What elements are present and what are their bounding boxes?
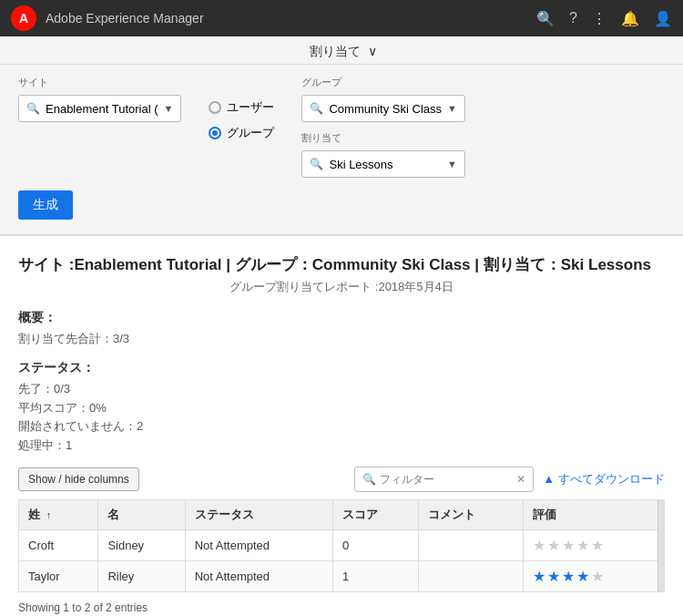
- cell-last-name: Taylor: [19, 560, 98, 591]
- site-label: サイト: [18, 76, 181, 89]
- table-footer: Showing 1 to 2 of 2 entries: [18, 592, 665, 616]
- site-col: サイト 🔍 Enablement Tutorial ( ▼: [18, 76, 181, 122]
- status-heading: ステータス：: [18, 360, 665, 376]
- radio-user[interactable]: ユーザー: [209, 99, 274, 116]
- table-wrap: 姓 ↑ 名 ステータス スコア コメント 評価 CroftSidneyNot A…: [18, 499, 665, 592]
- cell-comment: [419, 529, 524, 560]
- radio-group[interactable]: グループ: [209, 125, 274, 141]
- search-icon[interactable]: 🔍: [536, 10, 555, 27]
- cell-rating: ★★★★★: [523, 560, 664, 591]
- download-button[interactable]: ▲ すべてダウンロード: [543, 471, 665, 488]
- logo-letter: A: [19, 11, 28, 26]
- cell-last-name: Croft: [19, 529, 98, 560]
- col-comment: コメント: [419, 499, 524, 529]
- navbar-icons: 🔍 ? ⋮ 🔔 👤: [536, 10, 672, 27]
- cell-status: Not Attempted: [185, 560, 332, 591]
- filter-input[interactable]: [380, 473, 516, 486]
- filter-input-wrap: 🔍 ✕: [354, 467, 534, 492]
- cell-first-name: Sidney: [98, 529, 185, 560]
- table-header: 姓 ↑ 名 ステータス スコア コメント 評価: [19, 499, 665, 529]
- group-label: グループ: [301, 76, 464, 89]
- navbar: A Adobe Experience Manager 🔍 ? ⋮ 🔔 👤: [0, 0, 683, 36]
- star-empty[interactable]: ★: [576, 537, 589, 554]
- status-text: 先了：0/3 平均スコア：0% 開始されていません：2 処理中：1: [18, 380, 665, 456]
- right-col: グループ 🔍 Community Ski Class ▼ 割り当て 🔍 Ski …: [301, 76, 464, 178]
- star-empty[interactable]: ★: [533, 537, 545, 554]
- stars-container: ★★★★★: [533, 537, 655, 554]
- download-icon: ▲: [543, 472, 555, 486]
- bell-icon[interactable]: 🔔: [621, 10, 639, 27]
- apps-icon[interactable]: ⋮: [592, 10, 607, 27]
- site-chevron-icon: ▼: [164, 103, 174, 114]
- help-icon[interactable]: ?: [569, 10, 577, 26]
- table-toolbar: Show / hide columns 🔍 ✕ ▲ すべてダウンロード: [18, 467, 665, 492]
- star-empty[interactable]: ★: [591, 537, 604, 554]
- app-title: Adobe Experience Manager: [46, 11, 536, 26]
- star-empty[interactable]: ★: [591, 568, 604, 585]
- star-empty[interactable]: ★: [547, 537, 560, 554]
- report-title: サイト :Enablement Tutorial | グループ：Communit…: [18, 254, 665, 275]
- summary-heading: 概要：: [18, 310, 665, 326]
- star-filled[interactable]: ★: [562, 568, 575, 585]
- group-chevron-icon: ▼: [447, 103, 457, 114]
- filter-search-icon: 🔍: [362, 473, 376, 486]
- radio-user-label: ユーザー: [227, 99, 274, 116]
- assignment-chevron-icon: ▼: [447, 159, 457, 169]
- group-col: グループ 🔍 Community Ski Class ▼: [301, 76, 464, 122]
- star-filled[interactable]: ★: [547, 568, 560, 585]
- sort-icon: ↑: [46, 509, 52, 520]
- assignment-select-value: Ski Lessons: [329, 158, 442, 171]
- chevron-down-icon: ∨: [368, 44, 377, 58]
- group-search-icon: 🔍: [310, 102, 323, 115]
- col-rating: 評価: [523, 499, 664, 529]
- assignment-label: 割り当て: [301, 131, 464, 145]
- star-filled[interactable]: ★: [576, 568, 589, 585]
- table-header-row: 姓 ↑ 名 ステータス スコア コメント 評価: [19, 499, 665, 529]
- config-panel: サイト 🔍 Enablement Tutorial ( ▼ ユーザー グループ: [0, 65, 683, 236]
- group-select-value: Community Ski Class: [329, 102, 442, 116]
- cell-status: Not Attempted: [185, 529, 332, 560]
- show-hide-columns-button[interactable]: Show / hide columns: [18, 467, 139, 491]
- assignment-search-icon: 🔍: [310, 158, 323, 170]
- cell-score: 0: [332, 529, 418, 560]
- radio-group: ユーザー グループ: [209, 99, 274, 141]
- radio-user-circle: [209, 101, 221, 114]
- app-logo: A: [11, 5, 36, 31]
- star-filled[interactable]: ★: [533, 568, 545, 585]
- site-search-icon: 🔍: [26, 102, 40, 115]
- group-select[interactable]: 🔍 Community Ski Class ▼: [301, 95, 464, 122]
- generate-button[interactable]: 生成: [18, 190, 73, 220]
- scrollbar[interactable]: [658, 499, 665, 592]
- cell-first-name: Riley: [98, 560, 185, 591]
- filter-clear-icon[interactable]: ✕: [516, 473, 525, 486]
- stars-container: ★★★★★: [533, 568, 655, 585]
- table-body: CroftSidneyNot Attempted0★★★★★TaylorRile…: [19, 529, 665, 591]
- site-select[interactable]: 🔍 Enablement Tutorial ( ▼: [18, 95, 181, 122]
- col-status: ステータス: [185, 499, 332, 529]
- report-subtitle: グループ割り当てレポート :2018年5月4日: [18, 279, 665, 295]
- table-row: TaylorRileyNot Attempted1★★★★★: [19, 560, 665, 591]
- col-score: スコア: [332, 499, 418, 529]
- star-empty[interactable]: ★: [562, 537, 575, 554]
- col-last-name[interactable]: 姓 ↑: [19, 499, 98, 529]
- data-table: 姓 ↑ 名 ステータス スコア コメント 評価 CroftSidneyNot A…: [18, 499, 665, 592]
- filter-bar-label[interactable]: 割り当て ∨: [306, 44, 377, 60]
- cell-rating: ★★★★★: [523, 529, 664, 560]
- assignment-col: 割り当て 🔍 Ski Lessons ▼: [301, 131, 464, 178]
- radio-group-col: ユーザー グループ: [209, 76, 274, 141]
- filter-bar: 割り当て ∨: [0, 36, 683, 65]
- site-select-value: Enablement Tutorial (: [46, 102, 158, 116]
- col-first-name: 名: [98, 499, 185, 529]
- assignment-select[interactable]: 🔍 Ski Lessons ▼: [301, 150, 464, 178]
- cell-score: 1: [332, 560, 418, 591]
- summary-text: 割り当て先合計：3/3: [18, 330, 665, 349]
- radio-group-label: グループ: [227, 125, 274, 141]
- user-icon[interactable]: 👤: [654, 10, 672, 27]
- table-row: CroftSidneyNot Attempted0★★★★★: [19, 529, 665, 560]
- report-section: サイト :Enablement Tutorial | グループ：Communit…: [0, 236, 683, 616]
- download-label: すべてダウンロード: [558, 471, 665, 488]
- cell-comment: [419, 560, 524, 591]
- radio-group-circle: [209, 127, 221, 139]
